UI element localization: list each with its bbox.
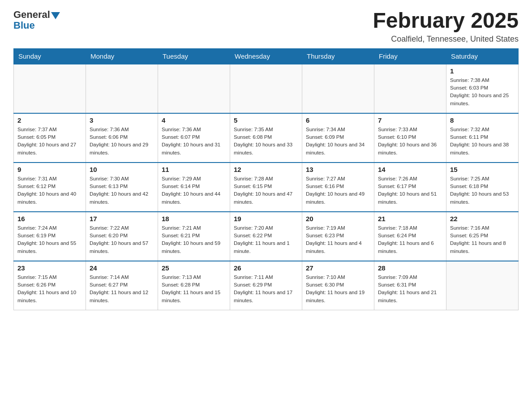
calendar-cell: 17Sunrise: 7:22 AMSunset: 6:20 PMDayligh… (86, 212, 158, 261)
calendar-cell: 3Sunrise: 7:36 AMSunset: 6:06 PMDaylight… (86, 113, 158, 163)
day-info: Sunrise: 7:16 AMSunset: 6:25 PMDaylight:… (450, 224, 515, 255)
day-number: 3 (90, 116, 154, 124)
day-number: 20 (306, 215, 370, 223)
day-number: 21 (378, 215, 442, 223)
day-number: 5 (234, 116, 298, 124)
day-number: 2 (17, 116, 82, 124)
calendar-cell (302, 64, 374, 113)
calendar-cell: 28Sunrise: 7:09 AMSunset: 6:31 PMDayligh… (374, 261, 446, 310)
calendar-cell (374, 64, 446, 113)
calendar-cell: 9Sunrise: 7:31 AMSunset: 6:12 PMDaylight… (14, 163, 86, 212)
calendar-cell: 10Sunrise: 7:30 AMSunset: 6:13 PMDayligh… (86, 163, 158, 212)
calendar-cell: 26Sunrise: 7:11 AMSunset: 6:29 PMDayligh… (230, 261, 302, 310)
day-number: 23 (17, 264, 82, 272)
day-number: 26 (234, 264, 298, 272)
calendar-header-row: SundayMondayTuesdayWednesdayThursdayFrid… (14, 48, 519, 64)
week-row-2: 2Sunrise: 7:37 AMSunset: 6:05 PMDaylight… (14, 113, 519, 163)
day-number: 13 (306, 166, 370, 173)
calendar-cell: 2Sunrise: 7:37 AMSunset: 6:05 PMDaylight… (14, 113, 86, 163)
day-number: 15 (450, 166, 515, 173)
calendar-cell: 14Sunrise: 7:26 AMSunset: 6:17 PMDayligh… (374, 163, 446, 212)
day-info: Sunrise: 7:31 AMSunset: 6:12 PMDaylight:… (17, 175, 82, 206)
calendar-cell: 15Sunrise: 7:25 AMSunset: 6:18 PMDayligh… (446, 163, 519, 212)
calendar-cell: 8Sunrise: 7:32 AMSunset: 6:11 PMDaylight… (446, 113, 519, 163)
calendar-cell: 12Sunrise: 7:28 AMSunset: 6:15 PMDayligh… (230, 163, 302, 212)
logo: General Blue (13, 9, 60, 31)
calendar-cell: 5Sunrise: 7:35 AMSunset: 6:08 PMDaylight… (230, 113, 302, 163)
day-number: 24 (90, 264, 154, 272)
day-number: 10 (90, 166, 154, 173)
day-info: Sunrise: 7:19 AMSunset: 6:23 PMDaylight:… (306, 224, 370, 255)
calendar-cell: 16Sunrise: 7:24 AMSunset: 6:19 PMDayligh… (14, 212, 86, 261)
day-info: Sunrise: 7:18 AMSunset: 6:24 PMDaylight:… (378, 224, 442, 255)
day-number: 12 (234, 166, 298, 173)
month-title: February 2025 (373, 9, 519, 33)
calendar-cell: 22Sunrise: 7:16 AMSunset: 6:25 PMDayligh… (446, 212, 519, 261)
day-number: 27 (306, 264, 370, 272)
day-info: Sunrise: 7:34 AMSunset: 6:09 PMDaylight:… (306, 126, 370, 157)
day-info: Sunrise: 7:38 AMSunset: 6:03 PMDaylight:… (450, 77, 515, 107)
calendar-cell (158, 64, 230, 113)
page-header: General Blue February 2025 Coalfield, Te… (13, 9, 519, 44)
day-number: 6 (306, 116, 370, 124)
day-number: 17 (90, 215, 154, 223)
day-header-tuesday: Tuesday (158, 48, 230, 64)
day-info: Sunrise: 7:26 AMSunset: 6:17 PMDaylight:… (378, 175, 442, 206)
calendar-cell: 25Sunrise: 7:13 AMSunset: 6:28 PMDayligh… (158, 261, 230, 310)
logo-general-text: General (13, 9, 50, 21)
day-number: 14 (378, 166, 442, 173)
day-info: Sunrise: 7:37 AMSunset: 6:05 PMDaylight:… (17, 126, 82, 157)
day-number: 11 (162, 166, 226, 173)
calendar-cell: 6Sunrise: 7:34 AMSunset: 6:09 PMDaylight… (302, 113, 374, 163)
location-text: Coalfield, Tennessee, United States (373, 34, 519, 44)
day-number: 19 (234, 215, 298, 223)
day-number: 7 (378, 116, 442, 124)
calendar-cell: 13Sunrise: 7:27 AMSunset: 6:16 PMDayligh… (302, 163, 374, 212)
day-info: Sunrise: 7:32 AMSunset: 6:11 PMDaylight:… (450, 126, 515, 157)
day-number: 9 (17, 166, 82, 173)
day-info: Sunrise: 7:33 AMSunset: 6:10 PMDaylight:… (378, 126, 442, 157)
day-info: Sunrise: 7:29 AMSunset: 6:14 PMDaylight:… (162, 175, 226, 206)
day-info: Sunrise: 7:15 AMSunset: 6:26 PMDaylight:… (17, 274, 82, 304)
day-info: Sunrise: 7:09 AMSunset: 6:31 PMDaylight:… (378, 274, 442, 304)
day-info: Sunrise: 7:25 AMSunset: 6:18 PMDaylight:… (450, 175, 515, 206)
day-info: Sunrise: 7:21 AMSunset: 6:21 PMDaylight:… (162, 224, 226, 255)
calendar-cell: 11Sunrise: 7:29 AMSunset: 6:14 PMDayligh… (158, 163, 230, 212)
calendar-cell (86, 64, 158, 113)
day-header-thursday: Thursday (302, 48, 374, 64)
day-header-saturday: Saturday (446, 48, 519, 64)
day-info: Sunrise: 7:11 AMSunset: 6:29 PMDaylight:… (234, 274, 298, 304)
week-row-1: 1Sunrise: 7:38 AMSunset: 6:03 PMDaylight… (14, 64, 519, 113)
day-header-friday: Friday (374, 48, 446, 64)
day-number: 4 (162, 116, 226, 124)
logo-arrow-icon (51, 12, 60, 19)
day-number: 28 (378, 264, 442, 272)
calendar-cell: 23Sunrise: 7:15 AMSunset: 6:26 PMDayligh… (14, 261, 86, 310)
day-info: Sunrise: 7:20 AMSunset: 6:22 PMDaylight:… (234, 224, 298, 255)
week-row-4: 16Sunrise: 7:24 AMSunset: 6:19 PMDayligh… (14, 212, 519, 261)
day-info: Sunrise: 7:10 AMSunset: 6:30 PMDaylight:… (306, 274, 370, 304)
day-number: 8 (450, 116, 515, 124)
calendar-cell (14, 64, 86, 113)
calendar-cell: 24Sunrise: 7:14 AMSunset: 6:27 PMDayligh… (86, 261, 158, 310)
calendar-cell: 18Sunrise: 7:21 AMSunset: 6:21 PMDayligh… (158, 212, 230, 261)
day-info: Sunrise: 7:36 AMSunset: 6:06 PMDaylight:… (90, 126, 154, 157)
week-row-3: 9Sunrise: 7:31 AMSunset: 6:12 PMDaylight… (14, 163, 519, 212)
day-header-sunday: Sunday (14, 48, 86, 64)
calendar-cell: 21Sunrise: 7:18 AMSunset: 6:24 PMDayligh… (374, 212, 446, 261)
day-number: 25 (162, 264, 226, 272)
calendar-cell: 20Sunrise: 7:19 AMSunset: 6:23 PMDayligh… (302, 212, 374, 261)
week-row-5: 23Sunrise: 7:15 AMSunset: 6:26 PMDayligh… (14, 261, 519, 310)
calendar-table: SundayMondayTuesdayWednesdayThursdayFrid… (13, 48, 519, 311)
day-header-monday: Monday (86, 48, 158, 64)
day-info: Sunrise: 7:24 AMSunset: 6:19 PMDaylight:… (17, 224, 82, 255)
day-number: 18 (162, 215, 226, 223)
day-info: Sunrise: 7:22 AMSunset: 6:20 PMDaylight:… (90, 224, 154, 255)
calendar-cell (446, 261, 519, 310)
logo-blue-text: Blue (13, 20, 35, 31)
calendar-cell (230, 64, 302, 113)
title-section: February 2025 Coalfield, Tennessee, Unit… (373, 9, 519, 44)
day-number: 1 (450, 67, 515, 75)
calendar-cell: 1Sunrise: 7:38 AMSunset: 6:03 PMDaylight… (446, 64, 519, 113)
day-info: Sunrise: 7:36 AMSunset: 6:07 PMDaylight:… (162, 126, 226, 157)
